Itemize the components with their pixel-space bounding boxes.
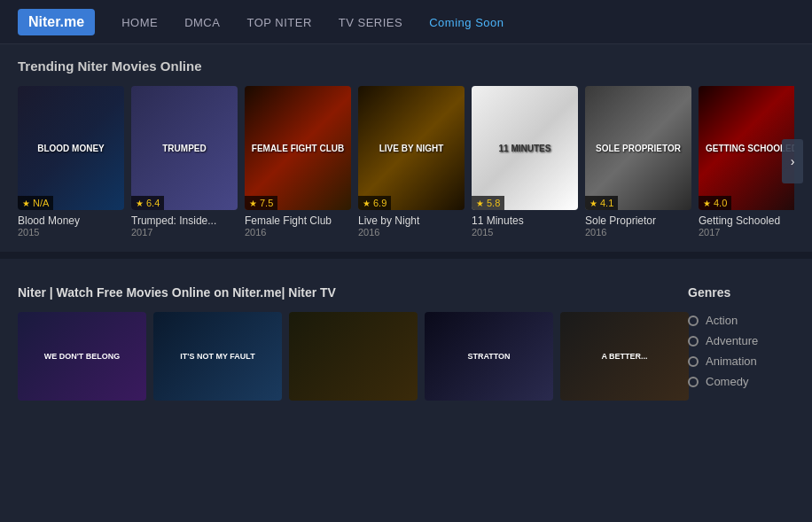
star-icon: ★ [363,199,371,208]
movies-row: BLOOD MONEY★N/ABlood Money2015TRUMPED★6.… [18,86,794,238]
movie-card[interactable]: GETTING SCHOOLED★4.0Getting Schooled2017 [699,86,794,238]
logo[interactable]: Niter.me [18,9,95,35]
sidebar: Genres ActionAdventureAnimationComedy [688,285,794,401]
thumbnail-card[interactable]: IT'S NOT MY FAULT [153,312,282,401]
movie-card[interactable]: SOLE PROPRIETOR★4.1Sole Proprietor2016 [585,86,691,238]
rating-badge: ★4.1 [585,196,618,210]
main-nav: HOMEDMCATOP NITERTV SERIESComing Soon [121,15,504,29]
movie-year: 2016 [358,227,465,238]
scroll-right-button[interactable]: › [782,139,803,183]
movie-card[interactable]: FEMALE FIGHT CLUB★7.5Female Fight Club20… [245,86,351,238]
rating-badge: ★7.5 [245,196,277,210]
header: Niter.me HOMEDMCATOP NITERTV SERIESComin… [0,0,812,44]
movie-title: Sole Proprietor [585,214,691,227]
movie-year: 2016 [245,227,351,238]
movie-card[interactable]: TRUMPED★6.4Trumped: Inside...2017 [131,86,238,238]
movie-poster-image: TRUMPED [131,86,238,210]
movie-poster-image: LIVE BY NIGHT [358,86,465,210]
movie-card[interactable]: BLOOD MONEY★N/ABlood Money2015 [18,86,124,238]
main-section-title: Niter | Watch Free Movies Online on Nite… [18,285,670,300]
genres-title: Genres [688,285,794,300]
lower-section: Niter | Watch Free Movies Online on Nite… [0,268,812,418]
movie-year: 2017 [699,227,794,238]
genre-dot-icon [688,377,699,387]
nav-link-home[interactable]: HOME [121,16,158,29]
movie-title: Trumped: Inside... [131,214,238,227]
thumbnail-card[interactable]: WE DON'T BELONG [18,312,146,401]
genre-dot-icon [688,356,699,367]
thumbnail-image [289,312,418,401]
rating-badge: ★N/A [18,196,53,210]
thumbnail-card[interactable]: STRATTON [425,312,553,401]
genre-label: Animation [706,354,757,368]
nav-link-top-niter[interactable]: TOP NITER [246,16,311,29]
genre-label: Adventure [706,334,758,347]
movie-poster-image: SOLE PROPRIETOR [585,86,691,210]
movie-card[interactable]: 11 MINUTES★5.811 Minutes2015 [472,86,578,238]
movie-poster-image: FEMALE FIGHT CLUB [245,86,351,210]
thumbnail-image: WE DON'T BELONG [18,312,146,401]
genre-dot-icon [688,316,699,326]
rating-badge: ★4.0 [699,196,731,210]
trending-section: Trending Niter Movies Online BLOOD MONEY… [0,44,812,252]
main-content: Niter | Watch Free Movies Online on Nite… [18,285,670,401]
rating-badge: ★6.9 [358,196,391,210]
genre-dot-icon [688,336,699,347]
star-icon: ★ [589,199,597,208]
movie-poster-image: BLOOD MONEY [18,86,124,210]
section-divider [0,252,812,259]
genre-item[interactable]: Animation [688,351,794,371]
star-icon: ★ [136,199,144,208]
genres-list: ActionAdventureAnimationComedy [688,310,794,392]
movie-year: 2017 [131,227,238,238]
genre-label: Comedy [706,375,748,388]
movie-poster-image: 11 MINUTES [472,86,578,210]
star-icon: ★ [703,199,711,208]
genre-item[interactable]: Action [688,310,794,331]
movie-title: Getting Schooled [699,214,794,227]
thumbnail-image: A BETTER... [560,312,689,401]
star-icon: ★ [249,199,257,208]
movie-year: 2015 [18,227,124,238]
movie-title: Live by Night [358,214,465,227]
thumbnail-card[interactable] [289,312,418,401]
nav-link-tv-series[interactable]: TV SERIES [339,16,402,29]
genre-item[interactable]: Adventure [688,331,794,351]
thumbnail-card[interactable]: A BETTER... [560,312,689,401]
star-icon: ★ [476,199,484,208]
nav-link-coming-soon[interactable]: Coming Soon [429,16,504,29]
genre-label: Action [706,314,738,327]
movie-poster-image: GETTING SCHOOLED [699,86,794,210]
movie-card[interactable]: LIVE BY NIGHT★6.9Live by Night2016 [358,86,465,238]
trending-title: Trending Niter Movies Online [18,58,794,74]
movie-title: 11 Minutes [472,214,578,227]
star-icon: ★ [22,199,30,208]
thumbnail-image: IT'S NOT MY FAULT [153,312,282,401]
thumbnails-grid: WE DON'T BELONGIT'S NOT MY FAULTSTRATTON… [18,312,670,401]
nav-link-dmca[interactable]: DMCA [184,16,220,29]
movie-year: 2015 [472,227,578,238]
movie-title: Female Fight Club [245,214,351,227]
genre-item[interactable]: Comedy [688,371,794,392]
rating-badge: ★5.8 [472,196,504,210]
thumbnail-image: STRATTON [425,312,553,401]
movie-year: 2016 [585,227,691,238]
movie-title: Blood Money [18,214,124,227]
rating-badge: ★6.4 [131,196,164,210]
